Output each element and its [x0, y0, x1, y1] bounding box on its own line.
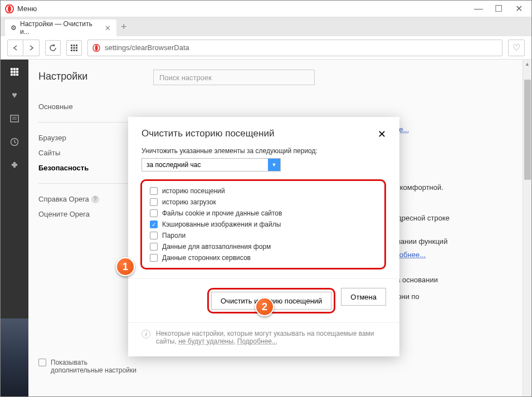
- settings-title: Настройки: [38, 71, 130, 82]
- svg-point-1: [8, 6, 11, 12]
- window-controls: — ☐ ✕: [474, 4, 524, 14]
- bookmarks-rail-icon[interactable]: ♥: [9, 90, 20, 101]
- svg-point-12: [95, 45, 98, 51]
- svg-rect-14: [13, 68, 16, 70]
- opera-icon: [92, 44, 100, 52]
- callout-1: 1: [116, 257, 135, 276]
- time-range-select[interactable]: за последний час ▼: [141, 158, 281, 171]
- reload-button[interactable]: [45, 40, 61, 56]
- url-text: settings/clearBrowserData: [105, 43, 189, 52]
- info-more-link[interactable]: Подробнее...: [237, 337, 277, 345]
- new-tab-button[interactable]: +: [121, 21, 127, 33]
- scrollbar[interactable]: ▲: [523, 60, 531, 396]
- help-icon: ?: [91, 195, 99, 203]
- active-tab[interactable]: ⚙ Настройки — Очистить и... ✕: [5, 19, 116, 36]
- speed-dial-button[interactable]: [66, 40, 82, 56]
- gear-icon: ⚙: [11, 24, 17, 32]
- menu-button[interactable]: Меню: [5, 4, 37, 13]
- extensions-rail-icon[interactable]: [9, 160, 20, 171]
- modal-title: Очистить историю посещений: [141, 128, 274, 139]
- sidebar-item-browser[interactable]: Браузер: [38, 130, 130, 145]
- info-icon: i: [141, 330, 150, 339]
- rail-wallpaper: [1, 318, 28, 396]
- svg-rect-6: [74, 47, 75, 48]
- svg-rect-19: [11, 73, 13, 76]
- info-text: Некоторые настройки, которые могут указы…: [156, 330, 386, 345]
- svg-rect-5: [71, 47, 72, 48]
- time-range-value: за последний час: [142, 159, 268, 171]
- nav-bar: settings/clearBrowserData ♡: [1, 36, 531, 60]
- title-bar: Меню — ☐ ✕: [1, 1, 531, 17]
- nav-arrows: [7, 40, 40, 56]
- checkbox-downloads[interactable]: [150, 198, 158, 206]
- svg-rect-16: [11, 71, 13, 73]
- forward-button[interactable]: [23, 40, 39, 56]
- svg-rect-9: [74, 50, 75, 51]
- chevron-down-icon: ▼: [268, 159, 280, 171]
- history-rail-icon[interactable]: [9, 136, 20, 148]
- settings-search[interactable]: Поиск настроек: [153, 70, 315, 85]
- tab-bar: ⚙ Настройки — Очистить и... ✕ +: [1, 17, 531, 36]
- svg-rect-4: [76, 45, 77, 46]
- bookmark-button[interactable]: ♡: [508, 40, 525, 56]
- svg-rect-8: [71, 50, 72, 51]
- cancel-button[interactable]: Отмена: [341, 288, 386, 306]
- svg-rect-22: [11, 115, 18, 122]
- sidebar-item-help[interactable]: Справка Opera?: [38, 192, 130, 207]
- maximize-button[interactable]: ☐: [494, 4, 504, 14]
- svg-rect-18: [16, 71, 18, 73]
- back-button[interactable]: [8, 40, 23, 56]
- checkbox-thirdparty[interactable]: [150, 254, 158, 262]
- close-window-button[interactable]: ✕: [514, 4, 524, 14]
- close-tab-button[interactable]: ✕: [105, 24, 111, 32]
- tab-title: Настройки — Очистить и...: [20, 20, 99, 36]
- scroll-up[interactable]: ▲: [523, 60, 531, 68]
- sidebar-item-rate[interactable]: Оцените Opera: [38, 207, 130, 222]
- left-rail: ♥: [1, 60, 28, 396]
- svg-rect-20: [13, 73, 16, 76]
- svg-rect-17: [13, 71, 16, 73]
- address-bar[interactable]: settings/clearBrowserData: [87, 40, 502, 56]
- sidebar-item-sites[interactable]: Сайты: [38, 145, 130, 160]
- svg-rect-13: [11, 68, 13, 70]
- callout-2: 2: [255, 297, 274, 316]
- svg-rect-2: [71, 45, 72, 46]
- scroll-thumb[interactable]: [524, 80, 531, 180]
- show-advanced-row: Показывать дополнительные настройки: [38, 359, 140, 374]
- checkbox-history[interactable]: [150, 187, 158, 195]
- settings-sidebar: Настройки Основные Браузер Сайты Безопас…: [28, 60, 140, 396]
- svg-rect-7: [76, 47, 77, 48]
- checkbox-passwords[interactable]: [150, 232, 158, 239]
- svg-rect-10: [76, 50, 77, 51]
- menu-label: Меню: [17, 4, 37, 13]
- news-rail-icon[interactable]: [9, 113, 20, 124]
- period-label: Уничтожить указанные элементы за следующ…: [141, 147, 386, 155]
- clear-data-modal: Очистить историю посещений ✕ Уничтожить …: [128, 117, 399, 356]
- sidebar-item-basic[interactable]: Основные: [38, 99, 130, 114]
- svg-rect-15: [16, 68, 18, 70]
- checkbox-cache[interactable]: ✓: [150, 220, 158, 228]
- opera-icon: [5, 4, 14, 13]
- modal-close-button[interactable]: ✕: [378, 128, 386, 140]
- checkbox-autofill[interactable]: [150, 243, 158, 251]
- svg-rect-3: [74, 45, 75, 46]
- options-group: историю посещений историю загрузок Файлы…: [140, 179, 386, 269]
- speed-dial-rail-icon[interactable]: [9, 66, 20, 77]
- show-advanced-label: Показывать дополнительные настройки: [51, 359, 140, 374]
- minimize-button[interactable]: —: [474, 4, 484, 14]
- not-deleted-link[interactable]: не будут удалены.: [178, 337, 235, 345]
- checkbox-cookies[interactable]: [150, 209, 158, 217]
- sidebar-item-security[interactable]: Безопасность: [38, 160, 130, 175]
- svg-rect-21: [16, 73, 18, 76]
- show-advanced-checkbox[interactable]: [38, 359, 46, 366]
